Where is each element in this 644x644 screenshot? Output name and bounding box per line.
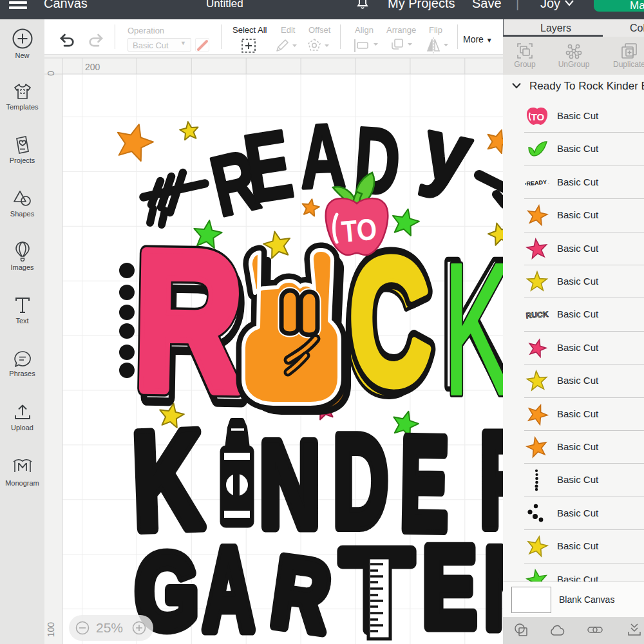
svg-text:K: K	[443, 224, 503, 434]
svg-text:N: N	[260, 416, 320, 553]
svg-text:TO: TO	[531, 111, 545, 122]
svg-text:A: A	[203, 524, 254, 644]
svg-text:N: N	[484, 524, 503, 644]
svg-text:200: 200	[85, 62, 100, 72]
svg-text:100: 100	[46, 622, 56, 638]
svg-text:TO: TO	[340, 212, 378, 249]
svg-text:0: 0	[46, 71, 56, 76]
svg-text:RUCK: RUCK	[526, 310, 549, 320]
svg-text:E: E	[422, 523, 477, 644]
svg-text:➤READY→: ➤READY→	[525, 178, 549, 187]
svg-text:R: R	[133, 211, 244, 432]
